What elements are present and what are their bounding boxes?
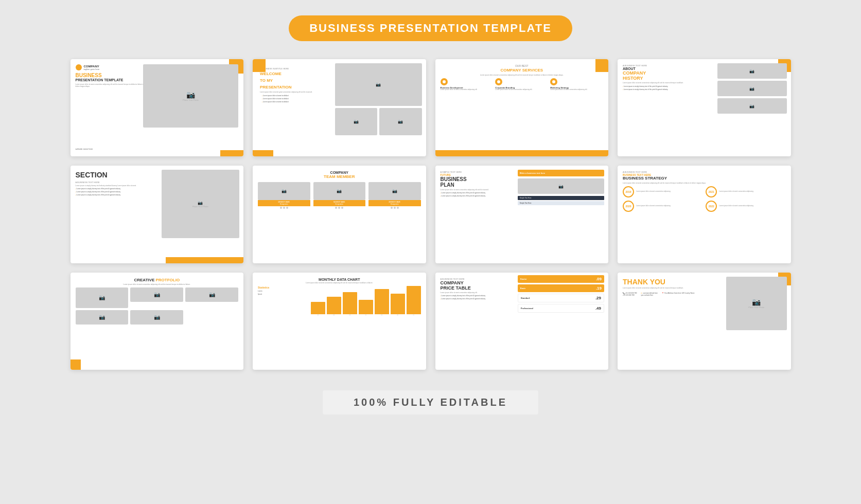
- website-value: your website here: [641, 294, 653, 296]
- slide12-email: ✉ username@mail.here your website here: [641, 292, 658, 296]
- bar-label-jun: Jun: [391, 314, 405, 315]
- bar-label-jul: Jul: [407, 314, 421, 315]
- member-role-2: Designation: [314, 203, 365, 205]
- slide7-right: Write a business text here 📷 Simple Text…: [518, 170, 604, 205]
- slide2-photo-sm1: 📷: [335, 108, 377, 135]
- service-desc-1: Lorem ipsum dolor sit amet consectetur a…: [441, 89, 494, 91]
- price-basic: .19: [596, 286, 602, 291]
- slides-grid: COMPANY tagline goes here BUSINESS PRESE…: [71, 59, 791, 370]
- tier-starter: Starter: [520, 278, 527, 280]
- social-icon: [341, 207, 343, 209]
- stats-label: Statistics: [258, 286, 307, 289]
- bar-mar: [343, 292, 357, 314]
- camera-icon: 📷: [198, 201, 203, 205]
- slide4-title3: HISTORY: [623, 76, 714, 81]
- price-card-standard: Standard .29: [518, 294, 604, 302]
- slide-9-portfolio[interactable]: CREATIVE PROTFOLIO Lorem ipsum dolor sit…: [71, 273, 244, 370]
- slide-10-chart[interactable]: MONTHLY DATA CHART Lorem ipsum dolor sit…: [253, 273, 426, 370]
- year-item-2022: 2022 Lorem ipsum dolor sit amet consecte…: [706, 201, 785, 212]
- service-icon-1: [441, 78, 448, 85]
- camera-icon: 📷: [354, 119, 359, 124]
- svg-point-2: [552, 80, 555, 83]
- slide7-simple2: Simple Text Here: [518, 201, 604, 205]
- service-desc-3: Lorem ipsum dolor sit amet consectetur a…: [550, 89, 603, 91]
- price-card-starter: Starter .09: [518, 275, 604, 283]
- slide-1-cover[interactable]: COMPANY tagline goes here BUSINESS PRESE…: [71, 59, 244, 156]
- tier-basic: Basic: [520, 287, 526, 290]
- slide7-title3: PLAN: [441, 182, 516, 188]
- service-icon-3: [550, 78, 557, 85]
- bar-feb: [327, 297, 341, 314]
- portfolio-photo-2: 📷: [130, 287, 183, 302]
- slide3-body: Lorem ipsum dolor sit amet consectetur a…: [441, 74, 604, 76]
- photo-label: Place Your Photo: [183, 99, 199, 101]
- slide-4-about[interactable]: A BUSINESS TEXT HERE ABOUT COMPANY HISTO…: [618, 59, 791, 156]
- camera-icon: 📷: [99, 295, 105, 300]
- slide1-subheading: PRESENTATION TEMPLATE: [76, 78, 144, 82]
- bar-label-jan: Jan: [311, 314, 325, 315]
- bar-jan: [311, 302, 325, 314]
- camera-icon: 📷: [209, 292, 215, 297]
- phone2-value: +01 123 456 780: [623, 294, 635, 296]
- social-icon: [397, 207, 399, 209]
- member-social-1: [258, 207, 310, 209]
- slide11-body: Lorem ipsum dolor sit amet consectetur a…: [441, 292, 516, 294]
- slide2-photo-sm2: 📷: [379, 108, 421, 135]
- slide-3-services[interactable]: OUR BEST COMPANY SERVICES Lorem ipsum do…: [435, 59, 609, 156]
- slide-6-team[interactable]: COMPANY TEAM MEMBER 📷 MEMBER NAME Design…: [253, 166, 426, 263]
- slide2-title: WELCOME: [260, 72, 336, 77]
- slide6-title: COMPANY: [258, 171, 421, 174]
- slide7-bullet1: Lorem ipsum is simply dummy text of the …: [441, 192, 516, 194]
- slide7-photo: 📷: [518, 178, 604, 194]
- slide11-title: COMPANY: [441, 280, 516, 285]
- member-social-3: [368, 207, 421, 209]
- slide9-title: CREATIVE PROTFOLIO: [76, 278, 239, 282]
- year-item-2021: 2021 Lorem ipsum dolor sit amet consecte…: [706, 186, 785, 197]
- orange-bottom: [435, 150, 609, 156]
- slide-8-strategy[interactable]: A BUSINESS TEXT HERE BUSINESS TEXT HERE …: [618, 166, 791, 263]
- member-photo-1: 📷: [258, 182, 310, 200]
- bar-labels: Jan Feb Mar Apr May Jun Jul: [311, 314, 421, 315]
- slide10-body: Lorem ipsum dolor sit amet consectetur a…: [258, 282, 421, 284]
- slide1-website: website name here: [76, 148, 93, 150]
- orange-corner-br: [220, 150, 243, 156]
- tier-pro: Professional: [521, 307, 533, 310]
- slide-7-future[interactable]: A SIMPLE TEXT HERE FUTURE BUSINESS PLAN …: [435, 166, 609, 263]
- address-value: Your Address Goes here 123 Country Name: [664, 292, 695, 294]
- slide5-subtitle: A BUSINESS TEXT HERE: [76, 181, 157, 184]
- camera-icon: 📷: [154, 314, 160, 320]
- slide9-photos: 📷 📷 📷 📷 📷: [76, 287, 239, 325]
- slide7-boxes: Simple Text Here Simple Text Here: [518, 196, 604, 205]
- slide12-photo: 📷 Place Your Photo: [726, 277, 787, 330]
- slide2-bullet1: Lorem ipsum dolor sit amet incididunt: [260, 95, 336, 97]
- slide4-body: Lorem ipsum dolor sit amet consectetur a…: [623, 82, 714, 84]
- social-icon: [338, 207, 340, 209]
- camera-icon: 📷: [392, 189, 397, 193]
- slide7-title2: BUSINESS: [441, 176, 516, 182]
- slide5-bullet2: Lorem ipsum is simply dummy text of the …: [76, 191, 157, 193]
- camera-icon: 📷: [376, 82, 381, 87]
- social-icon: [286, 207, 288, 209]
- slide-12-thankyou[interactable]: THANK YOU Lorem ipsum dolor sit amet con…: [618, 273, 791, 370]
- service-icon-2: [495, 78, 502, 85]
- slide7-body: Lorem ipsum dolor sit amet consectetur a…: [441, 189, 516, 191]
- slide-2-welcome[interactable]: A BUSINESS SUBTITLE HERE WELCOME TO MY P…: [253, 59, 426, 156]
- member-card-2: 📷 MEMBER NAME Designation: [313, 182, 366, 209]
- camera-icon: 📷: [282, 189, 287, 193]
- camera-icon: 📷: [99, 314, 105, 320]
- slide12-photo-label: Place Your Photo: [748, 306, 764, 309]
- slide4-photo3: 📷: [717, 98, 787, 114]
- member-card-3: 📷 MEMBER NAME Designation: [368, 182, 421, 209]
- member-info-1: MEMBER NAME Designation: [258, 200, 310, 206]
- orange-corner-tl: [253, 59, 266, 72]
- price-pro: .49: [595, 306, 601, 311]
- slide12-phone1: 📞 +01 123 456 780 +01 123 456 780: [623, 292, 637, 296]
- slide-5-section[interactable]: SECTION A BUSINESS TEXT HERE Lorem ipsum…: [71, 166, 244, 263]
- slide2-photos: 📷 📷 📷: [335, 63, 421, 141]
- slide12-contacts: 📞 +01 123 456 780 +01 123 456 780 ✉ user…: [623, 292, 721, 296]
- camera-icon: 📷: [749, 86, 754, 91]
- social-icon: [280, 207, 282, 209]
- slide-11-price[interactable]: A BUSINESS TEXT HERE COMPANY PRICE TABLE…: [435, 273, 609, 370]
- slide1-heading: BUSINESS: [76, 73, 144, 78]
- portfolio-photo-large: 📷: [76, 287, 129, 308]
